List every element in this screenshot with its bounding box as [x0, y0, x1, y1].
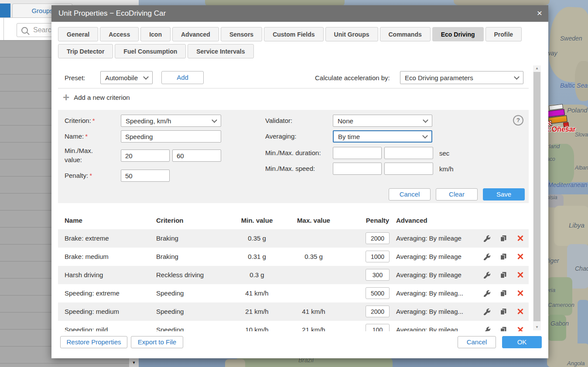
map-label: Slovakia [575, 132, 588, 138]
unit-marker-truck-icon[interactable] [547, 103, 569, 127]
min-duration-input[interactable] [333, 147, 382, 159]
criterion-select[interactable]: Speeding, km/h [121, 115, 221, 127]
copy-icon[interactable] [500, 290, 507, 297]
tab-general[interactable]: General [58, 27, 98, 41]
tab-icon[interactable]: Icon [140, 27, 171, 41]
row-name: Speeding: medium [65, 302, 119, 321]
wrench-icon[interactable] [483, 253, 490, 260]
delete-x-icon[interactable] [517, 253, 524, 260]
criterion-name-input[interactable] [121, 130, 221, 143]
add-criterion-button[interactable]: + Add a new criterion [63, 93, 130, 102]
wrench-icon[interactable] [483, 290, 490, 297]
tab-profile[interactable]: Profile [485, 27, 522, 41]
min-speed-input[interactable] [333, 163, 382, 175]
dialog-ok-button[interactable]: OK [502, 336, 542, 348]
dialog-scrollbar[interactable]: ▲ ▼ [533, 65, 541, 330]
tab-sensors[interactable]: Sensors [221, 27, 262, 41]
preset-select[interactable]: Automobile [100, 71, 153, 84]
tab-access[interactable]: Access [100, 27, 139, 41]
col-max-value: Max. value [287, 212, 340, 229]
penalty-input[interactable] [121, 170, 170, 182]
max-duration-input[interactable] [384, 147, 433, 159]
form-clear-button[interactable]: Clear [436, 188, 478, 200]
export-to-file-button[interactable]: Export to File [131, 336, 183, 348]
min-value-input[interactable] [121, 150, 170, 162]
table-header: Name Criterion Min. value Max. value Pen… [58, 212, 529, 229]
chevron-down-icon [212, 117, 217, 123]
help-icon[interactable]: ? [513, 115, 523, 126]
row-min: 41 km/h [231, 284, 283, 302]
tab-unit-groups[interactable]: Unit Groups [325, 27, 378, 41]
row-penalty-input[interactable] [366, 251, 390, 262]
map-label: Gabon [550, 320, 569, 327]
restore-properties-button[interactable]: Restore Properties [60, 336, 127, 348]
form-cancel-button[interactable]: Cancel [389, 188, 431, 200]
col-name: Name [65, 212, 82, 229]
calc-acceleration-select[interactable]: Eco Driving parameters [400, 71, 523, 84]
copy-icon[interactable] [500, 235, 507, 242]
row-penalty-input[interactable] [366, 269, 390, 281]
tab-trip-detector[interactable]: Trip Detector [58, 44, 113, 58]
row-max: 0.35 g [287, 248, 340, 266]
col-criterion: Criterion [156, 212, 184, 229]
row-min: 0.3 g [231, 266, 283, 284]
tab-commands[interactable]: Commands [380, 27, 431, 41]
validator-select[interactable]: None [333, 115, 432, 127]
delete-x-icon[interactable] [517, 289, 524, 296]
tab-advanced[interactable]: Advanced [172, 27, 219, 41]
delete-x-icon[interactable] [517, 271, 524, 278]
row-penalty-input[interactable] [366, 287, 390, 299]
panel-collapse-handle[interactable]: ▼ [129, 358, 139, 367]
wrench-icon[interactable] [483, 272, 490, 279]
row-advanced: Averaging: By mileage [396, 266, 462, 284]
table-row: Brake: extreme Braking 0.35 g Averaging:… [58, 229, 529, 248]
row-max: 41 km/h [287, 302, 340, 321]
map-land [454, 0, 550, 5]
validator-value: None [338, 117, 353, 125]
max-value-input[interactable] [172, 150, 221, 162]
map-label: Chad [575, 265, 588, 272]
criterion-form: Criterion:* Speeding, km/h Name:* Min./M… [58, 110, 529, 203]
divider [58, 88, 529, 88]
chevron-down-icon [514, 74, 520, 80]
wrench-icon[interactable] [483, 326, 490, 331]
copy-icon[interactable] [500, 308, 507, 315]
map-land [547, 315, 566, 341]
tab-fuel-consumption[interactable]: Fuel Consumption [115, 44, 186, 58]
wrench-icon[interactable] [483, 235, 490, 242]
tab-eco-driving[interactable]: Eco Driving [432, 27, 484, 41]
averaging-select[interactable]: By time [333, 130, 432, 143]
wrench-icon[interactable] [483, 308, 490, 315]
copy-icon[interactable] [500, 326, 507, 331]
tab-service-intervals[interactable]: Service Intervals [188, 44, 253, 58]
delete-x-icon[interactable] [517, 326, 524, 331]
map-label: Baltic Sea [560, 82, 588, 89]
scrollbar-thumb[interactable] [533, 72, 540, 321]
search-icon [21, 27, 28, 34]
delete-x-icon[interactable] [517, 308, 524, 315]
row-penalty-input[interactable] [366, 324, 390, 331]
add-preset-button[interactable]: Add [161, 71, 204, 84]
chevron-down-icon [143, 74, 149, 80]
row-max [287, 229, 340, 248]
row-min: 21 km/h [231, 302, 283, 321]
row-penalty-input[interactable] [366, 306, 390, 317]
scroll-up-icon[interactable]: ▲ [533, 65, 541, 71]
tab-custom-fields[interactable]: Custom Fields [264, 27, 323, 41]
row-criterion: Speeding [156, 321, 184, 331]
row-criterion: Speeding [156, 302, 184, 321]
scroll-down-icon[interactable]: ▼ [533, 324, 541, 330]
dialog-cancel-button[interactable]: Cancel [458, 336, 496, 348]
max-speed-input[interactable] [384, 163, 433, 175]
row-penalty-input[interactable] [366, 232, 390, 244]
col-min-value: Min. value [231, 212, 283, 229]
row-name: Harsh driving [65, 266, 103, 284]
unit-properties-dialog: Unit Properties − EcoDriving Car × Gener… [51, 5, 548, 358]
validator-label: Validator: [265, 117, 292, 124]
delete-x-icon[interactable] [517, 234, 524, 241]
close-icon[interactable]: × [537, 8, 542, 18]
form-save-button[interactable]: Save [483, 188, 525, 200]
copy-icon[interactable] [500, 253, 507, 260]
copy-icon[interactable] [500, 272, 507, 279]
units-tab-edge[interactable] [0, 3, 10, 17]
